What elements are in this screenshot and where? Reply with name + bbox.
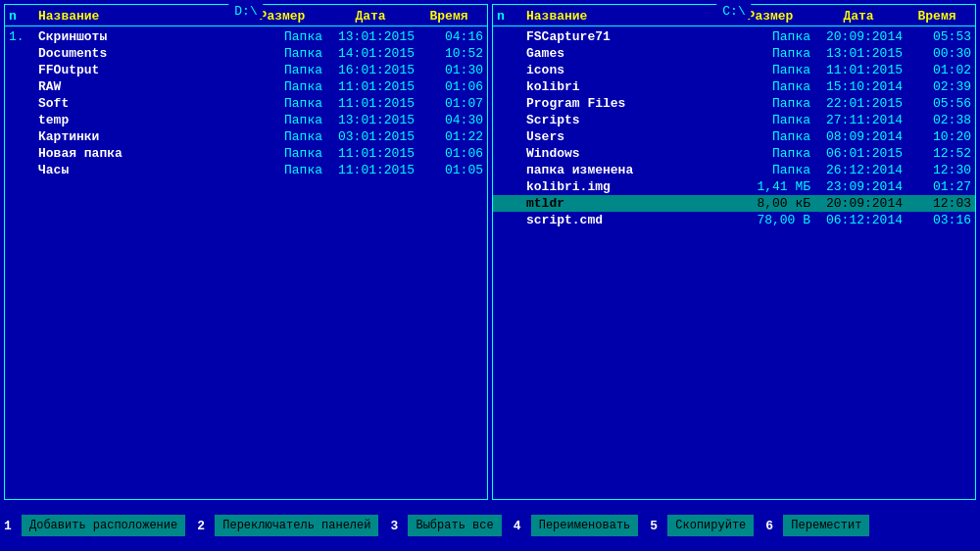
right-file-row[interactable]: mtldr 8,00 кБ 20:09:2014 12:03 [493, 195, 975, 212]
file-date: 11:01:2015 [814, 63, 903, 77]
file-size: Папка [726, 63, 814, 77]
left-file-row[interactable]: temp Папка 13:01:2015 04:30 [5, 112, 487, 128]
right-file-row[interactable]: kolibri.img 1,41 МБ 23:09:2014 01:27 [493, 178, 975, 195]
file-size: Папка [726, 146, 814, 161]
file-time: 04:16 [415, 29, 483, 44]
file-size: Папка [238, 146, 326, 161]
file-name: icons [526, 63, 726, 77]
file-size: Папка [726, 79, 814, 94]
btn-num-2: 2 [197, 519, 211, 533]
left-panel-title: D:\ [228, 4, 263, 19]
file-name: папка изменена [526, 163, 726, 177]
file-index [497, 146, 526, 161]
bottom-btn-3[interactable]: Выбрать все [408, 515, 501, 536]
bottom-btn-6[interactable]: Переместит [783, 515, 869, 536]
file-name: mtldr [526, 196, 726, 211]
file-name: temp [38, 113, 238, 127]
file-size: Папка [238, 79, 326, 94]
right-col-n: n [497, 9, 526, 24]
file-size: Папка [238, 96, 326, 111]
right-col-name: Название [526, 9, 726, 24]
file-date: 11:01:2015 [326, 163, 415, 177]
file-time: 04:30 [415, 113, 483, 127]
file-index [9, 46, 38, 61]
right-panel-title: C:\ [716, 4, 751, 19]
file-name: FFOutput [38, 63, 238, 77]
file-size: 8,00 кБ [726, 196, 814, 211]
file-size: Папка [238, 63, 326, 77]
file-date: 20:09:2014 [814, 196, 903, 211]
file-name: kolibri [526, 79, 726, 94]
btn-num-5: 5 [650, 519, 663, 533]
file-index [9, 163, 38, 177]
right-file-row[interactable]: Scripts Папка 27:11:2014 02:38 [493, 112, 975, 128]
left-file-row[interactable]: Новая папка Папка 11:01:2015 01:06 [5, 145, 487, 162]
file-index [497, 96, 526, 111]
left-file-row[interactable]: Documents Папка 14:01:2015 10:52 [5, 45, 487, 62]
file-name: RAW [38, 79, 238, 94]
file-name: Documents [38, 46, 238, 61]
bottom-btn-5[interactable]: Скопируйте [667, 515, 754, 536]
file-index [9, 96, 38, 111]
file-time: 00:30 [903, 46, 971, 61]
right-file-row[interactable]: Users Папка 08:09:2014 10:20 [493, 128, 975, 145]
file-time: 01:30 [415, 63, 483, 77]
file-name: Новая папка [38, 146, 238, 161]
left-col-time: Время [415, 9, 483, 24]
file-index [497, 196, 526, 211]
left-file-row[interactable]: 1. Скриншоты Папка 13:01:2015 04:16 [5, 28, 487, 45]
left-panel: D:\ n Название Размер Дата Время 1. Скри… [4, 4, 488, 500]
left-col-name: Название [38, 9, 238, 24]
left-col-date: Дата [326, 9, 415, 24]
file-size: Папка [238, 46, 326, 61]
btn-num-3: 3 [390, 519, 404, 533]
file-size: Папка [726, 96, 814, 111]
file-date: 13:01:2015 [814, 46, 903, 61]
file-index [497, 179, 526, 194]
file-time: 01:02 [903, 63, 971, 77]
file-time: 05:53 [903, 29, 971, 44]
file-time: 01:22 [415, 129, 483, 144]
file-index [497, 29, 526, 44]
file-index [497, 79, 526, 94]
file-name: Скриншоты [38, 29, 238, 44]
file-index [497, 213, 526, 227]
file-size: Папка [238, 163, 326, 177]
file-date: 06:12:2014 [814, 213, 903, 227]
right-file-row[interactable]: kolibri Папка 15:10:2014 02:39 [493, 78, 975, 95]
bottom-btn-2[interactable]: Переключатель панелей [215, 515, 378, 536]
right-file-row[interactable]: icons Папка 11:01:2015 01:02 [493, 62, 975, 78]
file-name: FSCapture71 [526, 29, 726, 44]
left-file-row[interactable]: RAW Папка 11:01:2015 01:06 [5, 78, 487, 95]
file-time: 01:05 [415, 163, 483, 177]
file-date: 08:09:2014 [814, 129, 903, 144]
file-time: 02:39 [903, 79, 971, 94]
left-file-row[interactable]: Часы Папка 11:01:2015 01:05 [5, 162, 487, 178]
file-date: 11:01:2015 [326, 146, 415, 161]
file-size: Папка [726, 113, 814, 127]
left-file-row[interactable]: Картинки Папка 03:01:2015 01:22 [5, 128, 487, 145]
right-file-row[interactable]: FSCapture71 Папка 20:09:2014 05:53 [493, 28, 975, 45]
bottom-btn-4[interactable]: Переименовать [531, 515, 639, 536]
file-date: 13:01:2015 [326, 29, 415, 44]
left-file-row[interactable]: FFOutput Папка 16:01:2015 01:30 [5, 62, 487, 78]
left-file-row[interactable]: Soft Папка 11:01:2015 01:07 [5, 95, 487, 112]
right-panel: C:\ n Название Размер Дата Время FSCaptu… [492, 4, 976, 500]
file-index [497, 129, 526, 144]
file-date: 11:01:2015 [326, 79, 415, 94]
file-time: 01:27 [903, 179, 971, 194]
file-time: 05:56 [903, 96, 971, 111]
file-index [9, 63, 38, 77]
file-name: Часы [38, 163, 238, 177]
right-panel-body: FSCapture71 Папка 20:09:2014 05:53 Games… [493, 26, 975, 499]
right-file-row[interactable]: Games Папка 13:01:2015 00:30 [493, 45, 975, 62]
right-file-row[interactable]: script.cmd 78,00 В 06:12:2014 03:16 [493, 212, 975, 228]
file-date: 22:01:2015 [814, 96, 903, 111]
right-file-row[interactable]: Program Files Папка 22:01:2015 05:56 [493, 95, 975, 112]
right-file-row[interactable]: папка изменена Папка 26:12:2014 12:30 [493, 162, 975, 178]
bottom-btn-1[interactable]: Добавить расположение [22, 515, 185, 536]
right-file-row[interactable]: Windows Папка 06:01:2015 12:52 [493, 145, 975, 162]
file-size: Папка [238, 29, 326, 44]
file-date: 26:12:2014 [814, 163, 903, 177]
file-name: Games [526, 46, 726, 61]
